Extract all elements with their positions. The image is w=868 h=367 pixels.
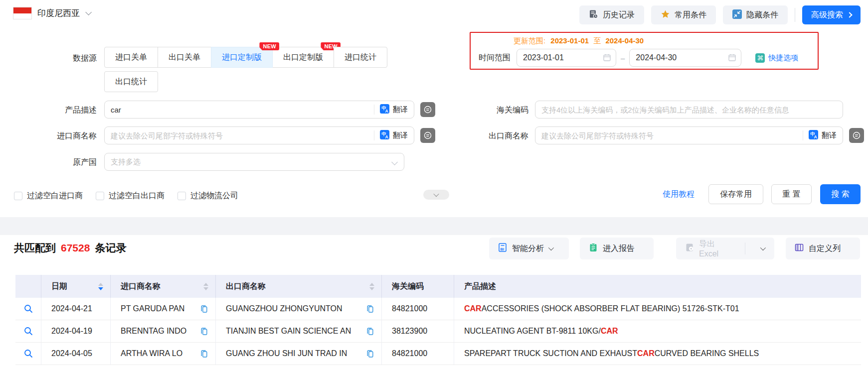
tab-label: 出口统计 <box>115 77 147 87</box>
origin-country-select[interactable]: 支持多选 <box>104 153 404 171</box>
column-header-label: 海关编码 <box>392 281 424 292</box>
update-range-separator: 至 <box>593 36 601 45</box>
table-row: 2024-04-05ARTHA WIRA LOGUANG ZHOU SHI JU… <box>15 343 861 365</box>
export-dropdown-button[interactable] <box>750 238 774 259</box>
custom-columns-button[interactable]: 自定义列 <box>786 238 860 259</box>
sort-control[interactable] <box>93 283 103 290</box>
data-source-tab[interactable]: 出口关单 <box>158 47 211 68</box>
date-range-dash: – <box>621 54 625 62</box>
synonym-expand-button[interactable] <box>420 128 435 143</box>
calendar-icon <box>728 53 736 64</box>
save-conditions-button[interactable]: 保存常用 <box>708 184 763 204</box>
column-header[interactable]: 出口商名称 <box>216 275 382 298</box>
history-button[interactable]: 历史记录 <box>579 5 644 24</box>
description-text: NUCLEATING AGENT BT-9811 10KG/ <box>464 327 601 336</box>
export-excel-group: 导出Excel <box>676 238 774 259</box>
data-source-tabs-row2: 出口统计 <box>104 71 158 92</box>
table-row: 2024-04-21PT GARUDA PANGUANGZHOU ZHONGYU… <box>15 298 861 320</box>
sort-asc-icon[interactable] <box>98 283 103 286</box>
enter-report-button[interactable]: 进入报告 <box>580 238 654 259</box>
filter-checkboxes: 过滤空白进口商过滤空白出口商过滤物流公司 <box>14 191 238 201</box>
data-source-label: 数据源 <box>14 53 97 64</box>
sort-desc-icon[interactable] <box>369 287 374 290</box>
summary-prefix: 共匹配到 <box>14 241 56 255</box>
sort-desc-icon[interactable] <box>203 287 208 290</box>
sort-control[interactable] <box>364 283 374 290</box>
column-header: 海关编码 <box>382 275 454 298</box>
collapse-icon <box>732 9 742 21</box>
translate-button[interactable]: 中A 翻译 <box>368 101 414 118</box>
export-excel-button[interactable]: 导出Excel <box>676 238 740 259</box>
synonym-expand-button[interactable] <box>420 102 435 117</box>
copy-icon[interactable] <box>366 349 374 358</box>
checkbox[interactable] <box>96 192 104 200</box>
filter-checkbox-item[interactable]: 过滤物流公司 <box>177 191 238 201</box>
data-source-tab[interactable]: 出口统计 <box>104 71 158 92</box>
column-header[interactable]: 日期 <box>41 275 111 298</box>
exporter-name: TIANJIN BEST GAIN SCIENCE AN <box>226 327 351 336</box>
importer-name: ARTHA WIRA LO <box>121 349 182 358</box>
country-name: 印度尼西亚 <box>37 7 80 19</box>
results-table: 日期进口商名称出口商名称海关编码产品描述 2024-04-21PT GARUDA… <box>15 275 861 365</box>
translate-button[interactable]: 中A 翻译 <box>797 127 843 144</box>
collapse-form-button[interactable] <box>423 190 449 200</box>
data-source-tab[interactable]: 进口统计 <box>334 47 387 68</box>
section-divider <box>0 217 868 235</box>
tutorial-link[interactable]: 使用教程 <box>663 184 694 204</box>
copy-icon[interactable] <box>366 327 374 336</box>
detail-cell <box>15 298 41 320</box>
hide-conditions-button[interactable]: 隐藏条件 <box>723 5 788 24</box>
copy-icon[interactable] <box>366 304 374 313</box>
quick-options-link[interactable]: ⌘ 快捷选项 <box>755 53 798 63</box>
end-date-input[interactable] <box>629 49 741 67</box>
view-record-button[interactable] <box>23 304 33 314</box>
checkbox[interactable] <box>14 192 22 200</box>
advanced-search-button[interactable]: 高级搜索 <box>802 5 861 24</box>
chevron-right-icon <box>847 12 852 17</box>
chevron-down-icon <box>85 9 92 15</box>
exporter-name: GUANG ZHOU SHI JUN TRAD IN <box>226 349 347 358</box>
data-source-tab[interactable]: 进口定制版NEW <box>211 47 273 68</box>
data-source-tab[interactable]: 进口关单 <box>104 47 158 68</box>
sort-desc-icon[interactable] <box>98 287 103 290</box>
chevron-down-icon <box>391 159 398 165</box>
tab-label: 进口定制版 <box>222 52 262 63</box>
history-icon <box>589 9 598 21</box>
hs-code-input[interactable] <box>535 101 843 119</box>
reset-button[interactable]: 重 置 <box>771 184 812 204</box>
start-date-input[interactable] <box>517 49 616 67</box>
country-selector[interactable]: 印度尼西亚 <box>13 7 90 19</box>
smart-analysis-button[interactable]: BI 智能分析 <box>489 238 569 259</box>
favorites-button[interactable]: 常用条件 <box>651 5 716 24</box>
data-source-tab[interactable]: 出口定制版NEW <box>272 47 334 68</box>
synonym-expand-button[interactable] <box>849 128 864 143</box>
summary-count: 67528 <box>61 242 90 254</box>
search-button[interactable]: 搜 索 <box>820 184 861 204</box>
checkbox[interactable] <box>177 192 186 200</box>
quick-options-label: 快捷选项 <box>768 53 798 63</box>
copy-icon[interactable] <box>200 327 208 336</box>
translate-icon: 中A <box>809 130 818 141</box>
column-header[interactable]: 进口商名称 <box>111 275 216 298</box>
copy-icon[interactable] <box>200 349 208 358</box>
star-icon <box>661 9 670 21</box>
svg-text:A: A <box>385 134 388 139</box>
filter-checkbox-item[interactable]: 过滤空白进口商 <box>14 191 83 201</box>
report-label: 进入报告 <box>603 244 635 254</box>
hs-code-cell: 84821000 <box>382 343 454 365</box>
custom-columns-label: 自定义列 <box>809 244 841 254</box>
chevron-down-icon <box>433 191 439 197</box>
sort-control[interactable] <box>198 283 208 290</box>
calendar-icon <box>603 53 611 64</box>
view-record-button[interactable] <box>23 349 33 359</box>
favorites-label: 常用条件 <box>675 10 706 20</box>
detail-cell <box>15 343 41 365</box>
sort-asc-icon[interactable] <box>369 283 374 286</box>
sort-asc-icon[interactable] <box>203 283 208 286</box>
translate-label: 翻译 <box>393 131 408 140</box>
filter-checkbox-item[interactable]: 过滤空白出口商 <box>96 191 165 201</box>
view-record-button[interactable] <box>23 326 33 336</box>
description-cell: SPAREPART TRUCK SUCTION AND EXHAUST CAR … <box>454 343 861 365</box>
copy-icon[interactable] <box>200 304 208 313</box>
translate-button[interactable]: 中A 翻译 <box>368 127 414 144</box>
